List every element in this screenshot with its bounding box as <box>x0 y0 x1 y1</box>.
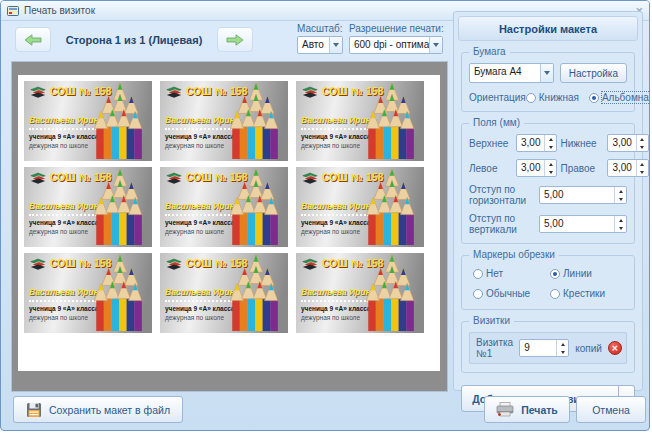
orientation-landscape-label: Альбомная <box>602 92 650 103</box>
spin-up-icon[interactable] <box>615 216 626 224</box>
print-cards-dialog: Печать визиток — ✕ Сторона 1 из 1 (Лицев… <box>0 0 650 431</box>
margin-left-value: 3,00 <box>517 160 544 176</box>
spin-down-icon[interactable] <box>545 168 556 176</box>
card-role-line2: дежурная по школе <box>301 142 360 149</box>
card-role-line2: дежурная по школе <box>29 142 88 149</box>
school-logo-icon <box>29 85 47 98</box>
school-logo-icon <box>29 171 47 184</box>
card-dashed-divider <box>301 128 369 130</box>
card-dashed-divider <box>29 300 97 302</box>
spin-up-icon[interactable] <box>637 160 648 168</box>
crop-marks-lines-radio[interactable]: Линии <box>550 268 623 279</box>
pencil-tree-image <box>91 169 149 245</box>
pencil-tree-image <box>363 255 421 331</box>
h-offset-spinner[interactable]: 5,00 <box>539 186 627 204</box>
cards-group-title: Визитки <box>469 315 514 326</box>
crop-marks-lines-label: Линии <box>563 268 592 279</box>
spin-down-icon[interactable] <box>637 168 648 176</box>
arrow-right-icon <box>226 34 244 46</box>
next-side-button[interactable] <box>217 27 253 52</box>
paper-group-title: Бумага <box>469 46 510 57</box>
radio-icon <box>526 93 536 103</box>
card-dashed-divider <box>301 214 369 216</box>
school-logo-icon <box>301 171 319 184</box>
orientation-landscape-radio[interactable]: Альбомная <box>589 92 650 103</box>
crop-marks-group: Маркеры обрезки Нет Линии Обычные Крести… <box>461 255 635 310</box>
school-logo-icon <box>165 257 183 270</box>
school-logo-icon <box>165 171 183 184</box>
orientation-portrait-radio[interactable]: Книжная <box>526 92 579 103</box>
pencil-tree-image <box>363 83 421 159</box>
business-card: СОШ № 158 Васильева Ирина ученица 9 «А» … <box>296 167 424 247</box>
previous-side-button[interactable] <box>15 27 51 52</box>
spin-up-icon[interactable] <box>615 187 626 195</box>
margin-left-spinner[interactable]: 3,00 <box>516 159 557 177</box>
scale-group: Масштаб: Авто <box>297 23 343 54</box>
card-role-line2: дежурная по школе <box>301 314 360 321</box>
crop-marks-crosses-label: Крестики <box>563 288 605 299</box>
copies-spinner[interactable]: 9 <box>519 339 569 357</box>
delete-card-icon[interactable]: ✕ <box>608 341 622 355</box>
spin-up-icon[interactable] <box>637 135 648 143</box>
scale-label: Масштаб: <box>297 23 343 34</box>
chevron-down-icon <box>333 43 339 47</box>
card-role-line1: ученица 9 «А» класса <box>29 305 99 312</box>
crop-marks-regular-label: Обычные <box>486 288 530 299</box>
paper-dropdown-button[interactable] <box>540 64 553 82</box>
paper-setup-button[interactable]: Настройка <box>560 63 627 83</box>
settings-header: Настройки макета <box>458 16 638 41</box>
card-role-line2: дежурная по школе <box>165 142 224 149</box>
card-dashed-divider <box>165 214 233 216</box>
spin-down-icon[interactable] <box>615 224 626 232</box>
spin-down-icon[interactable] <box>557 348 568 356</box>
margin-top-spinner[interactable]: 3,00 <box>516 134 557 152</box>
business-card: СОШ № 158 Васильева Ирина ученица 9 «А» … <box>160 167 288 247</box>
orientation-portrait-label: Книжная <box>539 92 579 103</box>
card-dashed-divider <box>301 300 369 302</box>
app-icon <box>7 5 19 17</box>
v-offset-spinner[interactable]: 5,00 <box>539 215 627 233</box>
save-layout-label: Сохранить макет в файл <box>49 404 170 416</box>
card-role-line1: ученица 9 «А» класса <box>301 133 371 140</box>
crop-marks-regular-radio[interactable]: Обычные <box>473 288 546 299</box>
card-role-line1: ученица 9 «А» класса <box>165 133 235 140</box>
v-offset-label: Отступ по вертикали <box>469 213 533 235</box>
spin-down-icon[interactable] <box>615 195 626 203</box>
card-role-line1: ученица 9 «А» класса <box>165 305 235 312</box>
school-logo-icon <box>301 257 319 270</box>
spin-up-icon[interactable] <box>557 340 568 348</box>
print-button[interactable]: Печать <box>484 396 570 423</box>
school-logo-icon <box>301 85 319 98</box>
scale-dropdown-button[interactable] <box>329 37 342 53</box>
page-navigation: Сторона 1 из 1 (Лицевая) <box>15 27 253 52</box>
resolution-select[interactable]: 600 dpi - оптимальное <box>349 36 443 54</box>
spin-down-icon[interactable] <box>545 143 556 151</box>
card-dashed-divider <box>29 214 97 216</box>
print-preview-area: СОШ № 158 Васильева Ирина ученица 9 «А» … <box>11 61 448 392</box>
card-role-line2: дежурная по школе <box>301 228 360 235</box>
chevron-down-icon <box>433 43 439 47</box>
card-role-line1: ученица 9 «А» класса <box>29 219 99 226</box>
cancel-button[interactable]: Отмена <box>576 396 646 423</box>
print-label: Печать <box>521 404 558 416</box>
spin-down-icon[interactable] <box>637 143 648 151</box>
margin-top-label: Верхнее <box>469 138 513 149</box>
business-card: СОШ № 158 Васильева Ирина ученица 9 «А» … <box>24 253 152 333</box>
pencil-tree-image <box>91 83 149 159</box>
radio-icon <box>473 289 483 299</box>
cards-grid: СОШ № 158 Васильева Ирина ученица 9 «А» … <box>24 81 424 333</box>
resolution-dropdown-button[interactable] <box>429 37 442 53</box>
paper-select[interactable]: Бумага A4 <box>469 63 554 83</box>
margin-bottom-spinner[interactable]: 3,00 <box>607 134 648 152</box>
h-offset-value: 5,00 <box>540 187 614 203</box>
margin-right-spinner[interactable]: 3,00 <box>607 159 648 177</box>
crop-marks-crosses-radio[interactable]: Крестики <box>550 288 623 299</box>
arrow-left-icon <box>24 34 42 46</box>
save-layout-button[interactable]: Сохранить макет в файл <box>13 396 183 423</box>
spin-up-icon[interactable] <box>545 160 556 168</box>
radio-selected-icon <box>589 93 599 103</box>
business-card: СОШ № 158 Васильева Ирина ученица 9 «А» … <box>296 81 424 161</box>
crop-marks-none-radio[interactable]: Нет <box>473 268 546 279</box>
scale-select[interactable]: Авто <box>297 36 343 54</box>
spin-up-icon[interactable] <box>545 135 556 143</box>
